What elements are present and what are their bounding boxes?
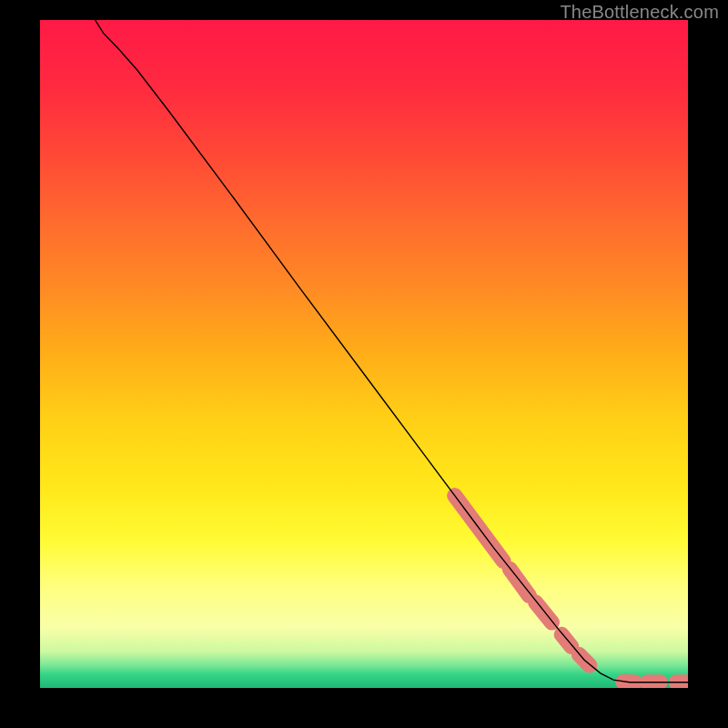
chart-frame: TheBottleneck.com [0, 0, 728, 728]
chart-background [40, 20, 688, 688]
chart-svg [40, 20, 688, 688]
marker-segment [561, 634, 571, 646]
plot-area [40, 20, 688, 688]
